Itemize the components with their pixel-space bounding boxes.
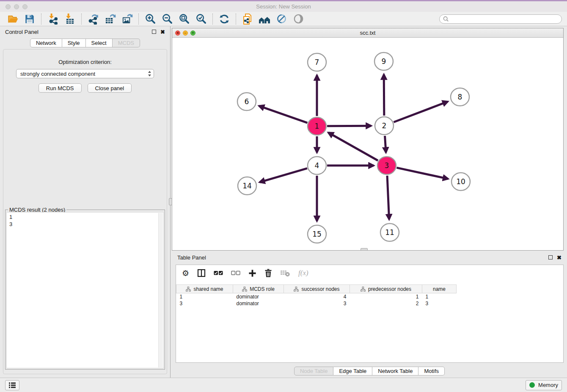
network-from-document-button[interactable] <box>239 13 256 25</box>
tab-mcds[interactable]: MCDS <box>113 39 140 47</box>
hierarchy-icon <box>242 287 247 292</box>
close-panel-icon[interactable]: ✖ <box>557 255 561 260</box>
column-header-predecessor-nodes[interactable]: predecessor nodes <box>350 285 422 293</box>
import-table-button[interactable] <box>61 13 78 25</box>
export-network-button[interactable] <box>85 13 102 25</box>
export-table-button[interactable] <box>102 13 118 25</box>
network-minimize-button[interactable]: − <box>183 30 188 36</box>
birdseye-view-button[interactable] <box>290 13 307 25</box>
table-row[interactable]: 1 dominator 4 1 1 <box>176 293 457 300</box>
column-header-shared-name[interactable]: shared name <box>176 285 233 293</box>
graph-node-label-9: 9 <box>382 57 386 66</box>
run-mcds-button[interactable]: Run MCDS <box>39 83 82 93</box>
tab-edge-table[interactable]: Edge Table <box>333 367 372 375</box>
graph-edge-3-10[interactable] <box>396 168 448 179</box>
zoom-selected-button[interactable] <box>193 13 209 25</box>
cell-shared-name[interactable]: 3 <box>176 300 233 307</box>
result-scrollbar[interactable] <box>158 213 163 367</box>
float-panel-icon[interactable] <box>152 30 156 34</box>
toggle-graphics-details-button[interactable] <box>273 13 290 25</box>
tab-motifs[interactable]: Motifs <box>418 367 445 375</box>
select-all-button[interactable] <box>214 271 223 276</box>
toolbar-separator <box>138 14 139 25</box>
tab-network[interactable]: Network <box>30 39 62 47</box>
criterion-select[interactable]: strongly connected component <box>16 69 154 78</box>
create-column-button[interactable] <box>248 269 256 277</box>
column-header-mcds-role[interactable]: MCDS role <box>233 285 284 293</box>
graph-edge-2-9[interactable] <box>384 75 384 116</box>
graph-edge-2-3[interactable] <box>385 136 386 152</box>
zoom-out-icon <box>162 13 173 25</box>
graph-node-label-11: 11 <box>385 228 394 237</box>
network-window-title: scc.txt <box>172 30 563 36</box>
network-close-button[interactable]: ✕ <box>175 30 180 36</box>
toolbar-search[interactable] <box>439 14 562 24</box>
cell-successor-nodes[interactable]: 3 <box>284 300 350 307</box>
tab-select[interactable]: Select <box>86 39 113 47</box>
graph-edge-4-14[interactable] <box>260 168 307 182</box>
cell-successor-nodes[interactable]: 4 <box>284 293 350 300</box>
workspace: Control Panel ✖ Network Style Select MCD… <box>0 26 567 378</box>
hierarchy-icon <box>361 287 366 292</box>
function-builder-button[interactable]: f(x) <box>298 269 308 277</box>
hierarchy-icon <box>294 287 299 292</box>
graph-edge-2-8[interactable] <box>394 102 448 122</box>
refresh-view-button[interactable] <box>216 13 233 25</box>
control-panel-title: Control Panel <box>5 29 39 35</box>
column-header-successor-nodes[interactable]: successor nodes <box>284 285 350 293</box>
column-layout-button[interactable] <box>197 269 206 277</box>
delete-table-button[interactable] <box>280 270 290 277</box>
delete-columns-button[interactable] <box>264 269 272 277</box>
cell-shared-name[interactable]: 1 <box>176 293 233 300</box>
graph-node-label-1: 1 <box>315 122 319 130</box>
tab-style[interactable]: Style <box>62 39 86 47</box>
column-header-name[interactable]: name <box>422 285 457 293</box>
import-network-button[interactable] <box>44 13 61 25</box>
graph-edge-3-11[interactable] <box>387 176 389 219</box>
cell-mcds-role[interactable]: dominator <box>233 300 284 307</box>
network-window-titlebar[interactable]: ✕ − + scc.txt <box>172 28 563 38</box>
zoom-out-button[interactable] <box>159 13 176 25</box>
graph-edge-1-2[interactable] <box>327 126 371 126</box>
search-input[interactable] <box>451 16 558 22</box>
task-history-button[interactable] <box>5 380 19 390</box>
import-table-icon <box>64 13 76 25</box>
cell-mcds-role[interactable]: dominator <box>233 293 284 300</box>
save-session-button[interactable] <box>21 13 38 25</box>
document-network-icon <box>242 13 253 25</box>
zoom-fit-button[interactable] <box>176 13 193 25</box>
close-panel-button[interactable]: Close panel <box>88 83 132 93</box>
cell-predecessor-nodes[interactable]: 2 <box>350 300 422 307</box>
deselect-all-button[interactable] <box>231 271 240 276</box>
network-maximize-button[interactable]: + <box>190 30 195 36</box>
open-session-button[interactable] <box>4 13 21 25</box>
home-view-button[interactable] <box>256 13 273 25</box>
table-panel-tabs: Node Table Edge Table Network Table Moti… <box>172 367 567 375</box>
network-canvas[interactable]: 1234678910111415 <box>172 38 563 250</box>
tab-node-table[interactable]: Node Table <box>294 367 334 375</box>
optimization-criterion-label: Optimization criterion: <box>3 59 167 65</box>
memory-button[interactable]: Memory <box>526 380 562 390</box>
tab-network-table[interactable]: Network Table <box>372 367 418 375</box>
graph-edge-1-6[interactable] <box>259 106 307 123</box>
minimize-window-button[interactable] <box>14 4 19 9</box>
table-row[interactable]: 3 dominator 3 2 3 <box>176 300 457 307</box>
result-line: 3 <box>9 221 161 228</box>
window-traffic-lights[interactable] <box>6 4 28 9</box>
toolbar-separator <box>236 14 236 25</box>
maximize-window-button[interactable] <box>22 4 28 9</box>
criterion-selected-value: strongly connected component <box>20 71 95 77</box>
cell-name[interactable]: 3 <box>422 300 457 307</box>
cell-predecessor-nodes[interactable]: 1 <box>350 293 422 300</box>
graph-node-label-7: 7 <box>315 58 319 66</box>
table-mode-button[interactable]: ⚙ <box>182 268 189 278</box>
network-graph[interactable]: 1234678910111415 <box>172 38 563 250</box>
mcds-result-list[interactable]: 1 3 <box>6 212 164 368</box>
cell-name[interactable]: 1 <box>422 293 457 300</box>
close-panel-icon[interactable]: ✖ <box>160 29 165 35</box>
export-image-button[interactable] <box>118 13 135 25</box>
close-window-button[interactable] <box>6 4 11 9</box>
float-panel-icon[interactable] <box>548 255 553 259</box>
zoom-in-button[interactable] <box>142 13 159 25</box>
graph-edge-3-1[interactable] <box>328 133 378 160</box>
